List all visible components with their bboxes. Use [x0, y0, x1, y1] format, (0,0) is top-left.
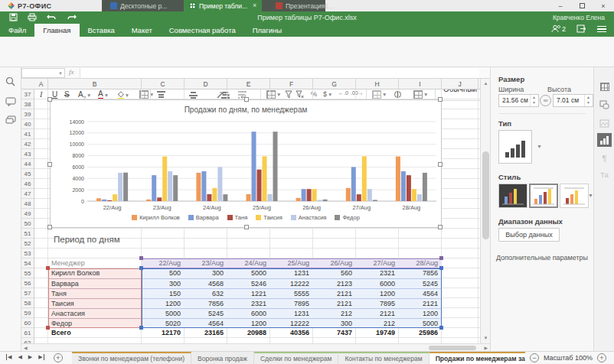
row-header-49[interactable]: 49	[21, 209, 34, 219]
row-header-53[interactable]: 53	[21, 249, 34, 258]
chart-style-thumb-dark[interactable]	[498, 184, 527, 208]
row-header-45[interactable]: 45	[21, 169, 34, 179]
total-value-cell[interactable]: 7437	[313, 328, 356, 338]
row-header-42[interactable]: 42	[21, 139, 34, 149]
open-file-location-icon[interactable]	[576, 24, 586, 33]
column-header-F[interactable]: F	[270, 79, 313, 89]
chart-resize-handle[interactable]	[244, 225, 249, 229]
vertical-scroll-thumb[interactable]	[482, 151, 489, 239]
last-sheet-button[interactable]: ▶	[38, 354, 44, 360]
chart-resize-handle[interactable]	[438, 225, 443, 229]
scroll-right-arrow[interactable]: ▶	[484, 345, 488, 350]
row-header-39[interactable]: 39	[21, 109, 34, 119]
chart-style-thumb-selected[interactable]	[529, 184, 558, 208]
row-header-55[interactable]: 55	[21, 268, 34, 278]
close-window-button[interactable]: ×	[593, 2, 614, 10]
date-header-cell[interactable]: 27/Aug	[356, 258, 399, 268]
row-header-60[interactable]: 60	[21, 318, 34, 328]
range-handle[interactable]	[46, 266, 50, 270]
manager-name-cell[interactable]: Федор	[48, 318, 142, 328]
row-headers[interactable]: 3738394041424344454647484950515253545556…	[21, 89, 34, 343]
date-header-cell[interactable]: 28/Aug	[399, 258, 442, 268]
total-label-cell[interactable]: Всего	[48, 328, 142, 338]
value-cell[interactable]: 300	[185, 268, 227, 278]
total-value-cell[interactable]: 23165	[185, 328, 227, 338]
menu-tab-Макет[interactable]: Макет	[123, 24, 161, 37]
sheet-tab[interactable]: Контакты по менеджерам	[338, 352, 429, 364]
next-sheet-button[interactable]: ▶	[28, 354, 32, 360]
column-header-J[interactable]: J	[442, 79, 478, 89]
zoom-out-button[interactable]: −	[530, 353, 539, 362]
row-header-41[interactable]: 41	[21, 129, 34, 139]
height-input[interactable]: 7.01 см▲▼	[553, 94, 593, 107]
row-header-50[interactable]: 50	[21, 219, 34, 229]
value-cell[interactable]: 1231	[270, 268, 313, 278]
formula-input[interactable]	[80, 68, 479, 78]
scroll-left-arrow[interactable]: ◀	[24, 345, 28, 350]
name-box[interactable]: ▼	[21, 68, 65, 78]
vertical-scrollbar[interactable]: ▲ ▼	[480, 79, 490, 343]
row-header-56[interactable]: 56	[21, 278, 34, 288]
value-cell[interactable]: 560	[313, 268, 356, 278]
manager-name-cell[interactable]: Варвара	[48, 278, 142, 288]
chart-style-dropdown-arrow[interactable]: ▼	[588, 193, 593, 198]
feedback-button[interactable]	[0, 106, 21, 125]
manager-header-cell[interactable]: Менеджер	[48, 258, 142, 268]
value-cell[interactable]: 2321	[356, 268, 399, 278]
column-header-H[interactable]: H	[356, 79, 399, 89]
row-header-44[interactable]: 44	[21, 159, 34, 169]
range-handle[interactable]	[439, 326, 443, 330]
date-header-cell[interactable]: 26/Aug	[313, 258, 356, 268]
sheet-tab[interactable]: Воронка продаж	[191, 352, 254, 364]
spreadsheet-cells[interactable]: Продажи по дням, по менеджерам 020004000…	[34, 89, 480, 343]
previous-sheet-button[interactable]: ◀	[18, 354, 21, 360]
column-header-E[interactable]: E	[227, 79, 270, 89]
chart-resize-handle[interactable]	[47, 97, 52, 102]
row-header-51[interactable]: 51	[21, 229, 34, 239]
sheet-tab[interactable]: Звонки по менеджерам (телефони)	[72, 352, 191, 364]
value-cell[interactable]: 5000	[227, 268, 270, 278]
chart-resize-handle[interactable]	[47, 162, 52, 167]
collaborators-indicator[interactable]: 2	[551, 24, 566, 33]
total-value-cell[interactable]: 19749	[356, 328, 399, 338]
manager-name-cell[interactable]: Таня	[48, 288, 142, 298]
constrain-proportions-icon[interactable]: ∞	[540, 95, 551, 106]
first-sheet-button[interactable]: ◀	[6, 354, 11, 360]
minimize-button[interactable]: –	[550, 2, 571, 10]
value-cell[interactable]: 500	[142, 268, 185, 278]
row-header-40[interactable]: 40	[21, 119, 34, 129]
chart-type-button[interactable]	[498, 130, 532, 164]
window-tab[interactable]: Десктопные р...	[105, 0, 172, 11]
menu-tab-Файл[interactable]: Файл	[0, 24, 34, 37]
chart-resize-handle[interactable]	[244, 97, 249, 102]
row-header-57[interactable]: 57	[21, 288, 34, 298]
column-header-B[interactable]: B	[48, 79, 142, 89]
chart-settings-tab[interactable]	[597, 133, 612, 147]
column-header-A[interactable]: A	[34, 79, 48, 89]
row-header-46[interactable]: 46	[21, 179, 34, 189]
shape-settings-tab[interactable]	[597, 98, 612, 112]
row-header-59[interactable]: 59	[21, 308, 34, 318]
sheet-tab[interactable]: Продажи по менеджерам за неделю	[429, 352, 525, 364]
range-handle[interactable]	[439, 266, 443, 270]
select-data-button[interactable]: Выбор данных	[498, 228, 560, 242]
horizontal-scrollbar[interactable]: ◀ ▶	[21, 343, 490, 351]
horizontal-scroll-thumb[interactable]	[429, 346, 476, 350]
manager-name-cell[interactable]: Анастасия	[48, 308, 142, 318]
chart-type-dropdown-arrow[interactable]: ▼	[537, 144, 542, 149]
value-cell[interactable]: 7856	[399, 268, 442, 278]
row-header-52[interactable]: 52	[21, 239, 34, 249]
search-button[interactable]	[0, 67, 21, 86]
zoom-in-button[interactable]: +	[597, 353, 606, 362]
menu-tab-Совместная работа[interactable]: Совместная работа	[161, 24, 244, 37]
image-settings-tab[interactable]	[597, 116, 612, 130]
column-header-G[interactable]: G	[313, 79, 356, 89]
row-header-47[interactable]: 47	[21, 189, 34, 199]
date-header-cell[interactable]: 22/Aug	[142, 258, 185, 268]
textart-settings-tab[interactable]: Tа	[597, 168, 612, 182]
row-header-43[interactable]: 43	[21, 149, 34, 159]
row-header-37[interactable]: 37	[21, 89, 34, 99]
comments-button[interactable]	[0, 86, 21, 106]
column-header-C[interactable]: C	[142, 79, 185, 89]
chart-style-thumb-light[interactable]	[560, 184, 589, 208]
